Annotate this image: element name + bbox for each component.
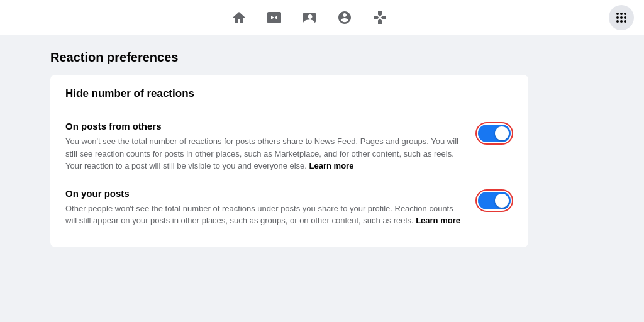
video-icon bbox=[267, 10, 282, 25]
setting-desc-text-1: You won't see the total number of reacti… bbox=[65, 136, 458, 170]
setting-info-your-posts: On your posts Other people won't see the… bbox=[65, 188, 475, 227]
svg-point-6 bbox=[616, 20, 619, 23]
setting-label-posts-from-others: On posts from others bbox=[65, 121, 460, 131]
home-icon bbox=[231, 10, 247, 25]
toggle-knob-1 bbox=[495, 126, 509, 140]
menu-grid-button[interactable] bbox=[609, 5, 634, 30]
toggle-container-posts-from-others[interactable] bbox=[475, 122, 513, 145]
svg-point-2 bbox=[624, 13, 626, 15]
svg-point-3 bbox=[616, 16, 619, 19]
nav-video-button[interactable] bbox=[259, 4, 289, 31]
top-navigation bbox=[0, 0, 644, 35]
card-title: Hide number of reactions bbox=[65, 87, 513, 100]
main-content: Reaction preferences Hide number of reac… bbox=[0, 35, 644, 322]
svg-point-4 bbox=[620, 16, 623, 19]
setting-desc-text-2: Other people won't see the total number … bbox=[65, 204, 453, 226]
toggle-knob-2 bbox=[495, 194, 509, 208]
nav-profile-button[interactable] bbox=[330, 4, 360, 31]
gaming-icon bbox=[372, 10, 387, 25]
grid-icon bbox=[615, 11, 628, 24]
learn-more-link-2[interactable]: Learn more bbox=[416, 216, 460, 225]
page-title: Reaction preferences bbox=[50, 50, 594, 65]
toggle-container-your-posts[interactable] bbox=[475, 189, 513, 212]
svg-point-5 bbox=[624, 16, 626, 19]
toggle-posts-from-others[interactable] bbox=[478, 125, 511, 142]
svg-point-0 bbox=[616, 13, 619, 15]
profile-icon bbox=[337, 10, 352, 25]
nav-gaming-button[interactable] bbox=[365, 4, 395, 31]
nav-home-button[interactable] bbox=[224, 4, 254, 31]
setting-row-your-posts: On your posts Other people won't see the… bbox=[65, 180, 513, 235]
marketplace-icon bbox=[302, 10, 317, 25]
svg-point-8 bbox=[624, 20, 626, 23]
nav-icons-group bbox=[10, 4, 609, 31]
setting-desc-your-posts: Other people won't see the total number … bbox=[65, 203, 460, 227]
svg-point-1 bbox=[620, 13, 623, 15]
setting-row-posts-from-others: On posts from others You won't see the t… bbox=[65, 113, 513, 180]
learn-more-link-1[interactable]: Learn more bbox=[309, 161, 354, 170]
setting-desc-posts-from-others: You won't see the total number of reacti… bbox=[65, 135, 460, 172]
nav-marketplace-button[interactable] bbox=[294, 4, 325, 31]
setting-info-posts-from-others: On posts from others You won't see the t… bbox=[65, 121, 475, 172]
reactions-card: Hide number of reactions On posts from o… bbox=[50, 75, 528, 247]
setting-label-your-posts: On your posts bbox=[65, 188, 460, 199]
svg-point-7 bbox=[620, 20, 623, 23]
toggle-your-posts[interactable] bbox=[478, 192, 511, 209]
nav-right-area bbox=[609, 5, 634, 30]
